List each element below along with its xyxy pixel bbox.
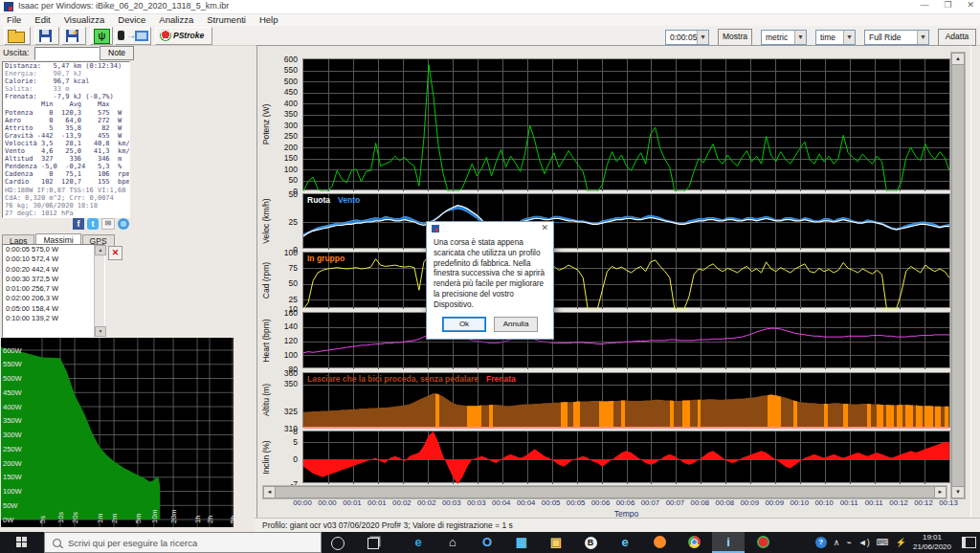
vscroll-thumb[interactable] [951,64,965,487]
cortana-icon[interactable] [331,537,345,550]
menu-item[interactable]: Analizza [152,14,200,26]
browser-b-icon[interactable]: B [574,532,607,553]
vertical-scrollbar[interactable]: ▲ ▼ [950,52,966,499]
close-icon[interactable]: ✕ [967,0,974,10]
menu-item[interactable]: File [0,14,28,26]
list-item[interactable]: 0:10:00 139,2 W [3,314,95,323]
maximize-icon[interactable]: ❐ [944,0,951,10]
ride-stats-panel: Distanza: 5,47 km (0:12:34)Energia: 90,7… [2,61,130,218]
svg-text:250W: 250W [3,445,23,453]
pstroke-app-icon[interactable] [746,532,779,553]
scroll-down-icon[interactable]: ▼ [95,326,106,337]
list-item[interactable]: 0:05:00 158,4 W [3,304,95,314]
usb-device-button[interactable]: ψ [90,27,113,45]
open-file-button[interactable] [4,27,31,45]
taskbar-search[interactable]: Scrivi qui per eseguire la ricerca [44,532,322,553]
store-icon[interactable]: ▦ [505,532,538,553]
hscroll-thumb[interactable] [275,486,935,498]
menu-item[interactable]: Visualizza [57,14,112,26]
panel-altitudine: Altitu (m)360350325310Lasciare che la bi… [257,372,970,428]
share-row: f t ✉ [73,218,129,230]
web-icon[interactable] [118,218,129,230]
units-select[interactable]: metric▼ [761,30,807,45]
y-tick-label: 50 [289,175,298,185]
y-tick-label: 400 [284,99,298,108]
list-item[interactable]: 0:00:10 572,4 W [3,254,95,264]
stat-line: Velocità 3,5 28,1 40,8 km/h [3,140,129,147]
plot-pendenza[interactable] [302,431,950,483]
list-scrollbar[interactable]: ▲ ▼ [94,245,104,337]
scroll-up-icon[interactable]: ▲ [95,245,106,255]
close-icon[interactable]: ✕ [541,223,548,232]
list-item[interactable]: 0:00:30 372,5 W [3,275,95,284]
y-tick-label: 100 [284,350,298,360]
list-item[interactable]: 0:00:20 442,4 W [3,265,95,275]
start-button[interactable] [0,532,44,553]
plot-cadenza[interactable]: In gruppo [302,252,950,308]
pstroke-button[interactable]: PStroke [155,27,212,45]
stat-line: Aero 0 64,0 272 W [3,117,129,124]
search-icon [53,539,61,547]
ok-button[interactable]: Ok [442,317,486,332]
adatta-button[interactable]: Adatta [938,29,976,46]
y-axis-pendenza: Inclin (%)850-7 [257,431,302,483]
task-view-icon[interactable] [368,538,379,549]
scroll-down-icon[interactable]: ▼ [951,486,965,498]
firefox-icon[interactable] [643,532,676,553]
svg-text:10m: 10m [150,509,159,523]
list-item[interactable]: 0:00:05 575,0 W [3,245,95,254]
mostra-button[interactable]: Mostra [718,29,752,46]
explorer-home-icon[interactable]: ⌂ [436,532,469,553]
menu-item[interactable]: Help [253,14,285,26]
xaxis-select[interactable]: time▼ [815,30,856,45]
internet-explorer-icon[interactable]: e [609,532,641,553]
stat-line: Calorie: 96,7 kcal [3,77,129,85]
edge-icon[interactable]: e [402,532,434,553]
delete-button[interactable]: ✕ [108,246,122,260]
list-item[interactable]: 0:01:00 256,7 W [3,284,95,294]
volume-icon[interactable]: ◄) [858,538,870,547]
file-explorer-icon[interactable]: ▣ [540,532,572,553]
chrome-icon[interactable] [678,532,710,553]
list-item[interactable]: 0:02:00 206,3 W [3,294,95,303]
range-select[interactable]: Full Ride▼ [864,30,929,45]
stat-line: Cadenza 0 75,1 106 rpm [3,170,129,178]
dialog-titlebar[interactable]: ✕ [427,222,553,235]
uscita-label: Uscita: [3,48,30,57]
interval-select[interactable]: 0:00:05▼ [665,30,709,45]
isaac-app-icon[interactable]: i [712,532,745,553]
plot-potenza[interactable] [302,58,950,190]
plot-cardio[interactable] [302,312,950,368]
y-tick-label: 160 [284,308,298,318]
usb-icon[interactable]: ⚡ [896,538,906,547]
help-icon[interactable]: ? [815,537,827,548]
notification-center-icon[interactable] [962,537,976,548]
uscita-input[interactable] [34,47,100,60]
plot-altitudine[interactable]: Lasciare che la bici proceda, senza peda… [302,372,950,428]
menu-item[interactable]: Edit [28,14,56,26]
power-duration-chart[interactable]: 600W550W500W450W400W350W300W250W200W150W… [1,338,234,527]
download-from-device-button[interactable]: → [115,27,151,45]
email-icon[interactable]: ✉ [101,218,115,230]
menu-item[interactable]: Device [111,14,152,26]
keyboard-icon[interactable]: ⌨ [877,538,889,547]
horizontal-scrollbar[interactable]: ◄ ► [262,485,947,499]
network-icon[interactable]: ⌁ [846,538,851,547]
facebook-icon[interactable]: f [73,218,84,230]
clock[interactable]: 19:01 21/06/2020 [913,533,951,552]
legend-item: Vento [338,195,360,205]
twitter-icon[interactable]: t [87,218,99,230]
open-folder-icon [8,32,25,43]
minimize-icon[interactable]: — [920,0,928,10]
scroll-right-icon[interactable]: ► [934,486,947,498]
legend: In gruppo [307,254,345,263]
chevron-up-icon[interactable]: ∧ [834,538,840,547]
outlook-icon[interactable]: O [471,532,503,553]
menu-item[interactable]: Strumenti [200,14,253,26]
save-button[interactable] [34,27,59,45]
annulla-button[interactable]: Annulla [494,317,538,332]
plot-velocita[interactable]: RuotaVento [302,193,950,249]
note-button[interactable]: Note [100,46,134,60]
save-as-button[interactable]: ✶ [61,27,86,45]
axis-title: Veloc (km/h) [261,198,271,243]
